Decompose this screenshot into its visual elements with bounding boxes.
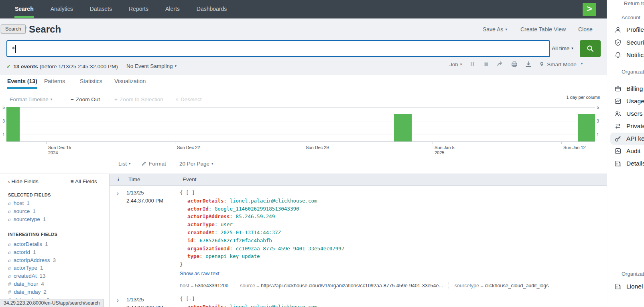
meta-sourcetype[interactable]: sourcetype = clickhouse_cloud_audit_logs bbox=[449, 282, 555, 290]
zoom-out-button[interactable]: −Zoom Out bbox=[71, 96, 100, 102]
event-timeline-chart[interactable]: 113355Sun Dec 152024Sun Dec 22Sun Dec 29… bbox=[0, 104, 607, 154]
create-table-view-button[interactable]: Create Table View bbox=[520, 26, 566, 33]
timeline-bar[interactable] bbox=[6, 107, 20, 141]
hide-fields-button[interactable]: ‹ Hide Fields bbox=[8, 178, 39, 184]
format-results-button[interactable]: Format bbox=[141, 161, 166, 167]
list-view-menu[interactable]: List▾ bbox=[118, 161, 131, 167]
close-button[interactable]: Close bbox=[578, 26, 593, 33]
field-count: 4 bbox=[41, 281, 44, 287]
format-timeline-menu[interactable]: Format Timeline▾ bbox=[10, 96, 52, 102]
json-value[interactable]: 85.246.59.249 bbox=[236, 213, 275, 219]
field-name: date_mday bbox=[14, 289, 41, 295]
event-json: { [-] actorDetails: lionel.palacin@click… bbox=[180, 189, 554, 290]
menu-item-lionel[interactable]: Lionel bbox=[610, 280, 644, 293]
json-value[interactable]: 678526d582c1f20fac4babfb bbox=[199, 237, 272, 244]
json-value[interactable]: lionel.palacin@clickhouse.com bbox=[230, 304, 317, 307]
nav-item-reports[interactable]: Reports bbox=[120, 0, 157, 18]
show-raw-text-link[interactable]: Show as raw text bbox=[180, 270, 554, 278]
time-range-picker[interactable]: All time▾ bbox=[546, 40, 579, 57]
splunk-search-app: SearchAnalyticsDatasetsReportsAlertsDash… bbox=[0, 0, 607, 307]
menu-item-api-keys[interactable]: API keys bbox=[610, 133, 644, 145]
tab-visualization[interactable]: Visualization bbox=[114, 75, 146, 89]
field-host[interactable]: ahost1 bbox=[8, 200, 30, 207]
json-value[interactable]: openapi_key_update bbox=[205, 253, 260, 259]
per-page-menu[interactable]: 20 Per Page▾ bbox=[179, 161, 213, 167]
return-link[interactable]: Return to bbox=[624, 0, 644, 6]
field-count: 2 bbox=[43, 289, 47, 295]
x-axis-label: Sun Jan 52025 bbox=[435, 145, 455, 156]
json-key[interactable]: id bbox=[187, 237, 193, 244]
field-actorId[interactable]: aactorId1 bbox=[8, 249, 36, 256]
all-fields-button[interactable]: ≡ All Fields bbox=[71, 178, 97, 184]
tab-statistics[interactable]: Statistics bbox=[80, 75, 102, 89]
json-key[interactable]: actorDetails bbox=[187, 304, 223, 307]
json-key[interactable]: actorDetails bbox=[187, 198, 223, 204]
json-close-brace: } bbox=[180, 260, 554, 268]
json-key[interactable]: actorId bbox=[187, 206, 209, 212]
share-icon[interactable] bbox=[497, 61, 504, 68]
job-menu[interactable]: Job▾ bbox=[449, 61, 462, 68]
menu-item-audit[interactable]: Audit bbox=[610, 145, 644, 157]
pause-icon[interactable] bbox=[469, 61, 476, 68]
timeline-bar[interactable] bbox=[394, 114, 412, 141]
event-meta-fields: host = 53de4339120bsource = https://api.… bbox=[180, 282, 554, 290]
tab-events[interactable]: Events (13) bbox=[7, 75, 37, 89]
json-colon: : bbox=[230, 213, 236, 219]
meta-source[interactable]: source = https://api.clickhouse.cloud/v1… bbox=[234, 282, 449, 290]
save-as-button[interactable]: Save As▾ bbox=[483, 26, 507, 33]
json-value[interactable]: Google_114602629918513043390 bbox=[215, 206, 299, 212]
field-actorIpAddress[interactable]: aactorIpAddress3 bbox=[8, 257, 56, 264]
expand-event-chevron-icon[interactable]: › bbox=[117, 297, 119, 303]
json-key[interactable]: actorIpAddress bbox=[187, 213, 230, 219]
menu-item-details[interactable]: Details bbox=[610, 158, 644, 170]
field-date_hour[interactable]: #date_hour4 bbox=[8, 281, 44, 288]
smart-mode-menu[interactable]: Smart Mode▾ bbox=[539, 61, 583, 68]
deselect-button[interactable]: ×Deselect bbox=[175, 96, 201, 102]
json-value[interactable]: user bbox=[221, 221, 233, 227]
field-name: sourcetype bbox=[14, 216, 40, 222]
nav-item-search[interactable]: Search bbox=[6, 0, 42, 18]
divider bbox=[109, 174, 110, 307]
field-actorDetails[interactable]: aactorDetails1 bbox=[8, 241, 48, 248]
splunk-logo[interactable]: > bbox=[583, 3, 596, 16]
json-value[interactable]: 2025-01-13T14:44:37Z bbox=[221, 229, 281, 235]
search-query-input[interactable]: * bbox=[6, 40, 550, 57]
menu-item-private[interactable]: Private bbox=[610, 120, 644, 132]
json-key[interactable]: organizationId bbox=[187, 246, 230, 252]
field-createdAt[interactable]: acreatedAt13 bbox=[8, 273, 46, 280]
json-key[interactable]: createdAt bbox=[187, 229, 215, 235]
timeline-bar[interactable] bbox=[578, 114, 595, 141]
menu-item-billing[interactable]: Billing bbox=[610, 83, 644, 95]
tab-patterns[interactable]: Patterns bbox=[44, 75, 65, 89]
meta-host[interactable]: host = 53de4339120b bbox=[180, 282, 234, 290]
nav-item-analytics[interactable]: Analytics bbox=[42, 0, 81, 18]
menu-item-label: Profile bbox=[626, 26, 644, 33]
field-date_mday[interactable]: #date_mday2 bbox=[8, 289, 47, 296]
nav-item-datasets[interactable]: Datasets bbox=[81, 0, 120, 18]
menu-item-profile[interactable]: Profile bbox=[610, 24, 644, 36]
json-value[interactable]: cc1092aa-8775-459e-9401-33e54ec07997 bbox=[236, 246, 344, 252]
menu-item-usage[interactable]: Usage bbox=[610, 95, 644, 107]
menu-item-users[interactable]: Users bbox=[610, 108, 644, 120]
export-download-icon[interactable] bbox=[525, 61, 532, 68]
menu-item-security[interactable]: Security bbox=[610, 37, 644, 49]
field-name: actorId bbox=[14, 249, 30, 255]
event-sampling-menu[interactable]: No Event Sampling▾ bbox=[126, 63, 177, 69]
menu-item-notifications[interactable]: Notifications bbox=[610, 49, 644, 61]
field-sourcetype[interactable]: asourcetype1 bbox=[8, 216, 46, 223]
row-divider bbox=[109, 292, 607, 292]
json-key[interactable]: type bbox=[187, 253, 199, 259]
expand-event-chevron-icon[interactable]: › bbox=[117, 190, 119, 196]
zoom-to-selection-button[interactable]: +Zoom to Selection bbox=[114, 96, 163, 102]
print-icon[interactable] bbox=[511, 61, 518, 68]
nav-item-alerts[interactable]: Alerts bbox=[157, 0, 188, 18]
run-search-button[interactable] bbox=[580, 40, 601, 57]
json-collapse-toggle[interactable]: [-] bbox=[186, 296, 195, 302]
field-actorType[interactable]: aactorType1 bbox=[8, 265, 43, 272]
stop-icon[interactable] bbox=[483, 61, 490, 68]
nav-item-dashboards[interactable]: Dashboards bbox=[188, 0, 236, 18]
field-source[interactable]: asource1 bbox=[8, 208, 36, 215]
json-collapse-toggle[interactable]: [-] bbox=[186, 190, 195, 196]
json-key[interactable]: actorType bbox=[187, 221, 215, 227]
json-value[interactable]: lionel.palacin@clickhouse.com bbox=[230, 198, 317, 204]
